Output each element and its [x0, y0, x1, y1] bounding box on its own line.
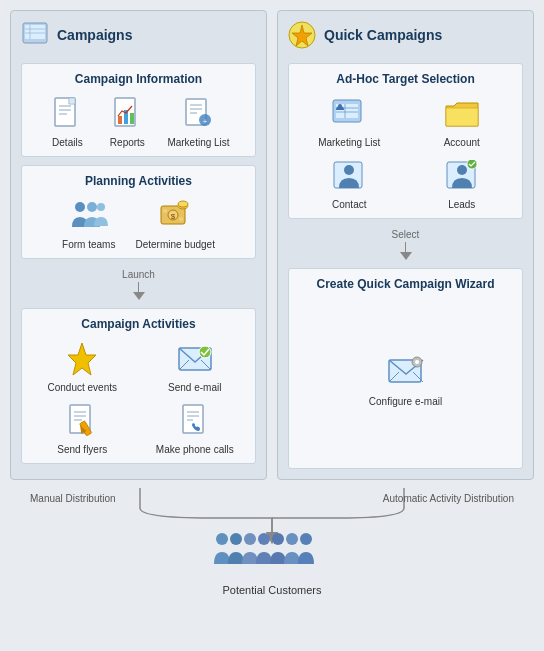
svg-point-27: [179, 217, 183, 221]
campaigns-panel-icon: [21, 21, 49, 49]
svg-point-55: [344, 165, 354, 175]
phone-calls-label: Make phone calls: [156, 444, 234, 455]
adhoc-leads-item: Leads: [442, 156, 482, 210]
send-flyers-label: Send flyers: [57, 444, 107, 455]
top-section: Campaigns Campaign Information: [10, 10, 534, 480]
svg-point-65: [230, 533, 242, 545]
svg-marker-31: [68, 343, 96, 375]
phone-calls-icon: [175, 401, 215, 441]
svg-point-70: [300, 533, 312, 545]
send-email-icon: [175, 339, 215, 379]
details-item: Details: [47, 94, 87, 148]
marketing-list-item: + Marketing List: [167, 94, 229, 148]
svg-rect-11: [118, 116, 122, 124]
phone-calls-item: Make phone calls: [156, 401, 234, 455]
auto-dist-label: Automatic Activity Distribution: [383, 493, 514, 504]
adhoc-mkt-list-icon: [329, 94, 369, 134]
adhoc-title: Ad-Hoc Target Selection: [297, 72, 514, 86]
campaigns-header: Campaigns: [21, 21, 256, 55]
activities-section: Campaign Activities Conduct events: [21, 308, 256, 464]
marketing-list-icon: +: [179, 94, 219, 134]
svg-rect-13: [130, 113, 134, 124]
send-flyers-item: Send flyers: [57, 401, 107, 455]
distribution-labels: Manual Distribution Automatic Activity D…: [10, 493, 534, 504]
bottom-section: Manual Distribution Automatic Activity D…: [10, 488, 534, 638]
reports-label: Reports: [110, 137, 145, 148]
activities-icons: Conduct events: [30, 339, 247, 455]
wizard-icons: Configure e-mail: [297, 353, 514, 407]
svg-point-64: [216, 533, 228, 545]
left-panel: Campaigns Campaign Information: [10, 10, 267, 480]
launch-label: Launch: [122, 267, 155, 282]
svg-point-63: [415, 360, 419, 364]
adhoc-contact-label: Contact: [332, 199, 366, 210]
svg-point-35: [199, 346, 211, 358]
budget-icon: $: [155, 196, 195, 236]
svg-point-21: [87, 202, 97, 212]
adhoc-mkt-list-item: Marketing List: [318, 94, 380, 148]
manual-dist-label: Manual Distribution: [30, 493, 116, 504]
quick-campaigns-panel-icon: [288, 21, 316, 49]
svg-point-69: [286, 533, 298, 545]
select-arrow: Select: [288, 227, 523, 260]
campaign-info-title: Campaign Information: [30, 72, 247, 86]
quick-campaigns-header: Quick Campaigns: [288, 21, 523, 55]
svg-text:+: +: [202, 117, 207, 126]
form-teams-label: Form teams: [62, 239, 115, 250]
details-label: Details: [52, 137, 83, 148]
adhoc-icons: Marketing List Account: [297, 94, 514, 210]
customers-section: Potential Customers: [212, 524, 332, 596]
svg-point-22: [97, 203, 105, 211]
customers-icon: [212, 524, 332, 579]
configure-email-label: Configure e-mail: [369, 396, 442, 407]
reports-item: Reports: [107, 94, 147, 148]
svg-point-68: [272, 533, 284, 545]
configure-email-item: Configure e-mail: [369, 353, 442, 407]
main-container: Campaigns Campaign Information: [0, 0, 544, 651]
adhoc-section: Ad-Hoc Target Selection: [288, 63, 523, 219]
svg-point-20: [75, 202, 85, 212]
launch-arrow: Launch: [21, 267, 256, 300]
marketing-list-label: Marketing List: [167, 137, 229, 148]
adhoc-account-item: Account: [442, 94, 482, 148]
send-email-item: Send e-mail: [168, 339, 221, 393]
campaigns-title: Campaigns: [57, 27, 132, 43]
svg-rect-1: [25, 25, 45, 39]
adhoc-contact-item: Contact: [329, 156, 369, 210]
right-panel: Quick Campaigns Ad-Hoc Target Selection: [277, 10, 534, 480]
conduct-events-item: Conduct events: [48, 339, 118, 393]
form-teams-icon: [69, 196, 109, 236]
reports-icon: [107, 94, 147, 134]
svg-point-26: [163, 209, 167, 213]
adhoc-contact-icon: [329, 156, 369, 196]
svg-point-57: [457, 165, 467, 175]
adhoc-mkt-list-label: Marketing List: [318, 137, 380, 148]
campaign-info-section: Campaign Information: [21, 63, 256, 157]
adhoc-account-icon: [442, 94, 482, 134]
svg-point-30: [178, 201, 188, 207]
svg-point-67: [258, 533, 270, 545]
budget-label: Determine budget: [135, 239, 215, 250]
quick-campaigns-title: Quick Campaigns: [324, 27, 442, 43]
budget-item: $ Determine budget: [135, 196, 215, 250]
adhoc-leads-icon: [442, 156, 482, 196]
send-email-label: Send e-mail: [168, 382, 221, 393]
activities-title: Campaign Activities: [30, 317, 247, 331]
planning-title: Planning Activities: [30, 174, 247, 188]
details-icon: [47, 94, 87, 134]
conduct-events-icon: [62, 339, 102, 379]
form-teams-item: Form teams: [62, 196, 115, 250]
wizard-section: Create Quick Campaign Wizard: [288, 268, 523, 469]
conduct-events-label: Conduct events: [48, 382, 118, 393]
planning-icons: Form teams $: [30, 196, 247, 250]
svg-rect-9: [69, 98, 75, 104]
svg-rect-42: [183, 405, 203, 433]
customers-label: Potential Customers: [222, 584, 321, 596]
svg-text:$: $: [171, 212, 176, 221]
svg-point-66: [244, 533, 256, 545]
select-label: Select: [392, 227, 420, 242]
adhoc-account-label: Account: [444, 137, 480, 148]
send-flyers-icon: [62, 401, 102, 441]
adhoc-leads-label: Leads: [448, 199, 475, 210]
wizard-title: Create Quick Campaign Wizard: [297, 277, 514, 291]
